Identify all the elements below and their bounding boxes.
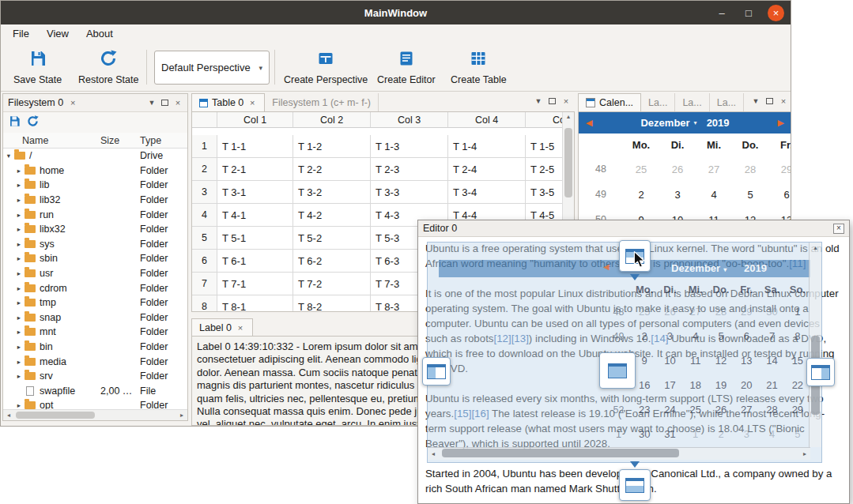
calendar-day-cell[interactable]: 2 (623, 189, 659, 201)
tab-label-1[interactable]: La... (641, 93, 675, 111)
fs-row[interactable]: ▾/Drive (3, 149, 187, 164)
scroll-right-icon[interactable]: ▸ (176, 412, 187, 419)
table-row-header[interactable]: 2 (192, 158, 217, 181)
table-cell[interactable]: T 3-2 (293, 181, 371, 204)
expander-icon[interactable]: ▸ (13, 211, 25, 219)
close-icon[interactable]: × (833, 224, 844, 234)
expander-icon[interactable]: ▸ (13, 372, 25, 380)
minimize-button[interactable]: – (714, 7, 730, 19)
tab-close-icon[interactable]: × (236, 323, 245, 333)
calendar-year-button[interactable]: 2019 (707, 117, 730, 129)
table-row-header[interactable]: 1 (192, 135, 217, 158)
table-cell[interactable]: T 2-4 (448, 158, 526, 181)
expander-icon[interactable]: ▸ (13, 240, 25, 248)
calendar-next-icon[interactable]: ▶ (778, 118, 784, 128)
calendar-day-cell[interactable]: 4 (696, 189, 732, 201)
fs-row[interactable]: ▸cdromFolder (3, 280, 187, 295)
fs-row[interactable]: ▸mediaFolder (3, 354, 187, 369)
dock-menu-icon[interactable]: ▼ (147, 99, 157, 107)
title-bar[interactable]: MainWindow – □ × (1, 1, 791, 24)
table-cell[interactable]: T 1-3 (371, 135, 448, 158)
save-state-button[interactable]: Save State (9, 47, 66, 87)
table-cell[interactable]: T 4-1 (217, 204, 293, 227)
create-table-button[interactable]: Create Table (446, 47, 511, 87)
calendar-month-button[interactable]: Dezember (640, 117, 689, 129)
close-icon[interactable]: × (173, 98, 183, 107)
table-cell[interactable]: T 3-3 (371, 181, 448, 204)
dock-menu-icon[interactable]: ▼ (751, 97, 761, 105)
filesystem-dock-titlebar[interactable]: Filesystem 0 × ▼ × (3, 94, 187, 112)
calendar-day-cell[interactable]: 28 (732, 164, 768, 175)
table-cell[interactable]: T 7-1 (217, 273, 293, 295)
dock-menu-icon[interactable]: ▼ (534, 97, 543, 105)
fs-row[interactable]: ▸homeFolder (3, 164, 187, 179)
scrollbar-thumb[interactable] (16, 412, 95, 419)
maximize-button[interactable]: □ (741, 7, 757, 19)
expander-icon[interactable]: ▸ (13, 284, 25, 292)
calendar-day-cell[interactable]: 29 (768, 164, 791, 175)
fs-row[interactable]: ▸lib32Folder (3, 193, 187, 208)
column-header-type[interactable]: Type (140, 135, 187, 146)
table-cell[interactable]: T 5-1 (217, 227, 293, 250)
fs-row[interactable]: ▸sbinFolder (3, 251, 187, 266)
table-cell[interactable]: T 3-1 (217, 181, 293, 204)
fs-row[interactable]: ▸optFolder (3, 398, 187, 409)
save-icon[interactable] (9, 115, 21, 130)
menu-item-file[interactable]: File (4, 24, 38, 43)
expander-icon[interactable]: ▸ (13, 167, 25, 175)
expander-icon[interactable]: ▸ (13, 269, 25, 277)
table-cell[interactable]: T 5-2 (293, 227, 371, 250)
restore-icon[interactable] (27, 115, 39, 130)
expander-icon[interactable]: ▸ (13, 401, 25, 409)
create-editor-button[interactable]: Create Editor (372, 47, 440, 87)
close-icon[interactable]: × (779, 96, 788, 106)
fs-row[interactable]: ▸sysFolder (3, 237, 187, 252)
fs-row[interactable]: ▸usrFolder (3, 266, 187, 281)
perspective-combobox[interactable]: Default Perspective ▾ (154, 51, 270, 85)
fs-row[interactable]: ▸tmpFolder (3, 295, 187, 310)
horizontal-scrollbar[interactable]: ◂ ▸ (3, 409, 187, 420)
table-column-header[interactable]: Col 4 (448, 112, 526, 128)
fs-row[interactable]: ▸runFolder (3, 207, 187, 222)
table-cell[interactable]: T 1-1 (217, 135, 293, 158)
create-perspective-button[interactable]: Create Perspective (279, 47, 372, 87)
undock-icon[interactable] (161, 100, 168, 106)
filesystem-table-header[interactable]: Name Size Type (3, 133, 187, 149)
expander-icon[interactable]: ▸ (13, 254, 25, 262)
table-row-header[interactable]: 3 (192, 181, 217, 204)
undock-icon[interactable] (766, 98, 773, 104)
editor-titlebar[interactable]: Editor 0 × (418, 220, 849, 237)
close-icon[interactable]: × (561, 96, 571, 106)
table-row-header[interactable]: 7 (192, 273, 217, 295)
column-header-size[interactable]: Size (100, 135, 140, 146)
calendar-day-cell[interactable]: 6 (768, 189, 791, 201)
table-column-header[interactable]: Col 2 (293, 112, 371, 128)
table-cell[interactable]: T 1-2 (293, 135, 371, 158)
table-row-header[interactable]: 5 (192, 227, 217, 250)
close-button[interactable]: × (768, 5, 784, 21)
tab-filesystem-1-c-m-f-[interactable]: Filesystem 1 (c+ m- f-) (265, 93, 379, 111)
expander-icon[interactable]: ▸ (13, 225, 25, 233)
table-column-header[interactable]: Col 3 (371, 112, 448, 128)
calendar-day-cell[interactable]: 26 (659, 164, 696, 175)
expander-icon[interactable]: ▸ (13, 328, 25, 336)
column-header-name[interactable]: Name (3, 135, 100, 146)
fs-row[interactable]: ▸binFolder (3, 340, 187, 355)
expander-icon[interactable]: ▸ (13, 196, 25, 204)
scroll-up-icon[interactable]: ▴ (563, 112, 574, 122)
fs-row[interactable]: ▸libFolder (3, 178, 187, 193)
calendar-day-cell[interactable]: 5 (732, 189, 768, 201)
tab-label-3[interactable]: La... (710, 93, 744, 111)
tab-label0[interactable]: Label 0 × (191, 318, 253, 337)
calendar-day-cell[interactable]: 3 (659, 189, 696, 201)
menu-item-about[interactable]: About (77, 24, 122, 43)
fs-row[interactable]: swapfile2,00 …File (3, 384, 187, 399)
tab-close-icon[interactable]: × (247, 98, 257, 107)
table-cell[interactable]: T 6-1 (217, 250, 293, 273)
table-cell[interactable]: T 2-3 (371, 158, 448, 181)
table-cell[interactable]: T 8-2 (293, 295, 371, 312)
table-cell[interactable]: T 8-1 (217, 295, 293, 312)
calendar-day-cell[interactable]: 25 (623, 164, 659, 175)
tab-table-0[interactable]: Table 0× (191, 93, 265, 111)
table-cell[interactable]: T 1-4 (448, 135, 526, 158)
